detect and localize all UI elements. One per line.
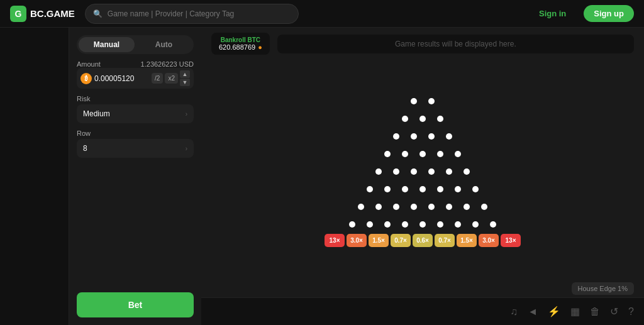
peg: [419, 186, 426, 192]
mode-tabs: Manual Auto: [77, 35, 194, 54]
house-edge: House Edge 1%: [572, 282, 635, 295]
tab-manual[interactable]: Manual: [79, 37, 135, 52]
bankroll-box: Bankroll BTC 620.688769 ●: [211, 33, 270, 55]
amount-input-row: ₿ 0.00005120 /2 x2 ▲ ▼: [77, 68, 194, 89]
logo-icon: G: [10, 6, 26, 22]
stepper-down[interactable]: ▼: [180, 79, 190, 86]
bottom-bar: ♫◄⚡▦🗑↺?: [201, 297, 644, 325]
peg: [402, 151, 408, 157]
peg: [393, 204, 399, 210]
multiplier-box: 3.0×: [479, 234, 499, 247]
multiplier-box: 13×: [325, 234, 345, 247]
results-bar: Game results will be displayed here.: [277, 35, 634, 53]
multiplier-box: 0.6×: [413, 234, 433, 247]
signin-button[interactable]: Sign in: [531, 5, 574, 22]
multiplier-box: 0.7×: [435, 234, 455, 247]
peg: [402, 116, 408, 122]
bottom-icons: ♫◄⚡▦🗑↺?: [510, 306, 634, 317]
row-select[interactable]: 8 ›: [77, 139, 194, 158]
peg-row: [384, 151, 461, 157]
peg-row: [411, 98, 435, 104]
peg: [349, 221, 355, 228]
peg: [437, 151, 443, 157]
peg: [367, 221, 373, 228]
signup-button[interactable]: Sign up: [584, 5, 634, 22]
search-input[interactable]: [108, 9, 291, 18]
plinko-canvas: 13×3.0×1.5×0.7×0.6×0.7×1.5×3.0×13×: [201, 60, 644, 297]
tab-auto[interactable]: Auto: [136, 37, 192, 52]
peg: [428, 98, 435, 104]
risk-select[interactable]: Medium ›: [77, 104, 194, 123]
half-button[interactable]: /2: [152, 73, 163, 84]
multiplier-row: 13×3.0×1.5×0.7×0.6×0.7×1.5×3.0×13×: [325, 234, 521, 247]
peg: [455, 151, 461, 157]
row-value: 8: [83, 144, 87, 153]
peg: [411, 204, 417, 210]
peg: [393, 133, 399, 140]
peg: [384, 186, 391, 192]
risk-value: Medium: [83, 109, 110, 118]
bankroll-label: Bankroll BTC: [219, 36, 262, 43]
logo: G BC.GAME: [10, 6, 75, 22]
peg: [437, 221, 443, 228]
peg: [437, 116, 443, 122]
row-section: Row 8 ›: [77, 129, 194, 158]
peg: [411, 168, 417, 175]
amount-label-row: Amount 1.23626223 USD: [77, 60, 194, 68]
amount-label: Amount: [77, 60, 101, 68]
peg: [446, 204, 452, 210]
peg: [419, 151, 426, 157]
peg-row: [367, 186, 479, 192]
trash-icon[interactable]: 🗑: [590, 306, 600, 317]
amount-btc: 0.00005120: [94, 74, 149, 83]
peg: [358, 204, 364, 210]
search-icon: 🔍: [93, 9, 103, 18]
main-layout: Manual Auto Amount 1.23626223 USD ₿ 0.00…: [0, 28, 644, 325]
peg: [437, 186, 443, 192]
peg: [481, 204, 487, 210]
lightning-icon[interactable]: ⚡: [548, 306, 560, 317]
music-icon[interactable]: ♫: [510, 306, 518, 317]
multiplier-box: 3.0×: [347, 234, 367, 247]
peg: [367, 186, 373, 192]
peg: [375, 204, 382, 210]
bankroll-value: 620.688769 ●: [219, 43, 262, 51]
bankroll-amount: 620.688769: [219, 43, 255, 51]
refresh-icon[interactable]: ↺: [610, 306, 618, 317]
peg: [455, 221, 461, 228]
row-chevron: ›: [186, 145, 187, 152]
amount-stepper[interactable]: ▲ ▼: [180, 70, 190, 86]
peg: [419, 221, 426, 228]
logo-text: BC.GAME: [30, 8, 75, 19]
peg-row: [375, 168, 470, 175]
amount-usd: 1.23626223 USD: [141, 60, 194, 68]
double-button[interactable]: x2: [165, 73, 178, 84]
peg: [384, 221, 391, 228]
pegs-container: [349, 98, 496, 228]
peg: [472, 186, 479, 192]
multiplier-box: 1.5×: [457, 234, 477, 247]
amount-section: Amount 1.23626223 USD ₿ 0.00005120 /2 x2…: [77, 60, 194, 89]
grid-icon[interactable]: ▦: [570, 306, 580, 317]
coin-icon: ●: [258, 43, 262, 51]
help-icon[interactable]: ?: [628, 306, 634, 317]
bet-button[interactable]: Bet: [77, 292, 194, 317]
peg: [464, 168, 470, 175]
play-icon[interactable]: ◄: [528, 306, 538, 317]
peg: [411, 133, 417, 140]
peg-row: [402, 116, 443, 122]
peg-row: [349, 221, 496, 228]
peg: [393, 168, 399, 175]
risk-label: Risk: [77, 95, 194, 102]
control-panel: Manual Auto Amount 1.23626223 USD ₿ 0.00…: [69, 28, 201, 325]
peg: [428, 204, 435, 210]
stepper-up[interactable]: ▲: [180, 70, 190, 78]
peg: [402, 186, 408, 192]
peg: [384, 151, 391, 157]
peg: [464, 204, 470, 210]
search-bar[interactable]: 🔍: [85, 4, 299, 24]
top-nav: G BC.GAME 🔍 Sign in Sign up: [0, 0, 644, 28]
row-label: Row: [77, 129, 194, 137]
peg: [402, 221, 408, 228]
peg: [428, 168, 435, 175]
